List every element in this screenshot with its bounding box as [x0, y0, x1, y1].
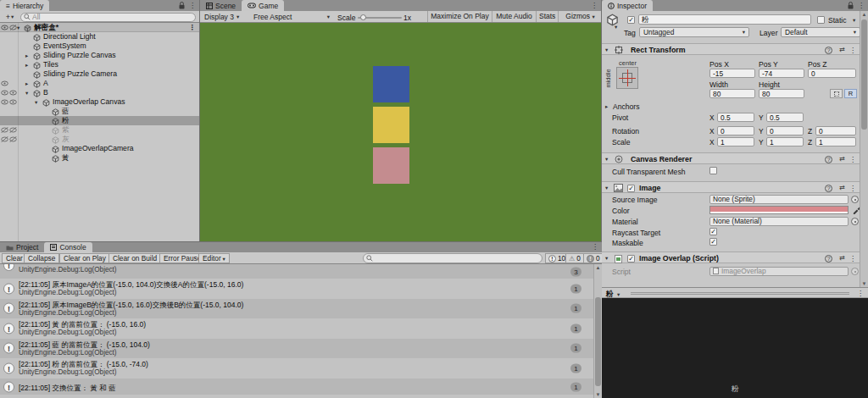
- kebab-menu-icon[interactable]: ⋮: [849, 185, 856, 192]
- hierarchy-item[interactable]: ▸Sliding Puzzle Canvas: [0, 51, 199, 60]
- console-editor-button[interactable]: Editor ▾: [198, 253, 230, 263]
- scroll-up-icon[interactable]: ▲: [594, 265, 602, 270]
- source-image-field[interactable]: None (Sprite): [709, 195, 849, 204]
- hierarchy-item[interactable]: 藍: [0, 107, 199, 116]
- console-log-row[interactable]: ![22:11:05] 原本ImageA的位置(-15.0, 104.0)交換後…: [0, 279, 593, 299]
- anchors-foldout-icon[interactable]: ▸: [605, 103, 608, 110]
- color-swatch[interactable]: [709, 206, 849, 214]
- picking-toggle-icon[interactable]: [9, 90, 17, 96]
- hierarchy-item[interactable]: ▾B: [0, 88, 199, 97]
- kebab-menu-icon[interactable]: ⋮: [849, 156, 856, 163]
- presets-icon[interactable]: ⇄: [839, 155, 845, 163]
- anchor-preset-widget[interactable]: [616, 67, 638, 89]
- pos-x-field[interactable]: [709, 69, 755, 78]
- tab-game[interactable]: Game: [242, 0, 284, 11]
- hierarchy-item[interactable]: 黃: [0, 153, 199, 163]
- help-icon[interactable]: ?: [825, 255, 832, 263]
- tag-dropdown[interactable]: Untagged▾: [639, 27, 749, 37]
- hierarchy-search[interactable]: [20, 13, 196, 22]
- expand-arrow-icon[interactable]: ▾: [35, 97, 37, 107]
- scene-kebab-icon[interactable]: ⋮: [189, 25, 196, 31]
- console-log-row[interactable]: ![22:11:05] 藍 的當前位置： (-15.0, 104.0)Unity…: [0, 339, 593, 359]
- inspector-scrollbar-thumb[interactable]: [861, 19, 867, 130]
- picking-toggle-icon[interactable]: [9, 99, 17, 105]
- console-scrollbar-thumb[interactable]: [595, 297, 601, 386]
- hierarchy-item[interactable]: 灰: [0, 135, 199, 144]
- kebab-menu-icon[interactable]: ⋮: [189, 3, 196, 9]
- foldout-arrow-icon[interactable]: ▾: [605, 156, 608, 163]
- raw-edit-mode-button[interactable]: R: [844, 89, 857, 98]
- presets-icon[interactable]: ⇄: [839, 46, 845, 53]
- visibility-toggle-icon[interactable]: [1, 90, 8, 96]
- expand-arrow-icon[interactable]: ▾: [25, 88, 28, 97]
- hierarchy-item[interactable]: ▸A: [0, 79, 199, 88]
- scale-slider-knob[interactable]: [360, 14, 366, 20]
- kebab-menu-icon[interactable]: ⋮: [592, 244, 598, 251]
- scale-slider[interactable]: [358, 17, 402, 19]
- height-field[interactable]: [759, 89, 804, 98]
- console-log-row[interactable]: ![22:11:05] 原本ImageB的位置(-15.0, 16.0)交換後B…: [0, 299, 593, 319]
- warning-count-toggle[interactable]: ⚠ 0: [565, 253, 584, 263]
- add-gameobject-button[interactable]: +▾: [2, 13, 18, 21]
- object-picker-icon[interactable]: [851, 268, 859, 275]
- scroll-down-icon[interactable]: ▼: [860, 281, 868, 286]
- presets-icon[interactable]: ⇄: [839, 254, 845, 262]
- tab-console[interactable]: Console: [44, 242, 92, 252]
- mute-audio-button[interactable]: Mute Audio: [492, 11, 536, 22]
- image-header[interactable]: ▾ ✓ Image ? ⇄ ⋮: [602, 181, 861, 193]
- scale-y-field[interactable]: [766, 137, 804, 146]
- visibility-toggle-icon[interactable]: [1, 136, 8, 142]
- console-scrollbar[interactable]: ▲ ▼: [593, 264, 602, 398]
- gizmos-dropdown[interactable]: Gizmos ▾: [558, 11, 602, 22]
- hierarchy-item[interactable]: Sliding Puzzle Camera: [0, 69, 199, 79]
- image-enabled-checkbox[interactable]: ✓: [627, 185, 635, 192]
- object-picker-icon[interactable]: [851, 218, 859, 225]
- static-checkbox[interactable]: [817, 16, 825, 24]
- blueprint-mode-button[interactable]: [830, 89, 843, 98]
- hierarchy-item[interactable]: ImageOverlapCamera: [0, 144, 199, 153]
- scene-header-row[interactable]: ▾ 解密盒* ⋮: [0, 23, 199, 32]
- hierarchy-item[interactable]: 紫: [0, 125, 199, 135]
- expand-arrow-icon[interactable]: ▸: [25, 60, 28, 69]
- hierarchy-item[interactable]: ▾ImageOverlap Canvas: [0, 97, 199, 107]
- game-viewport[interactable]: [200, 23, 601, 241]
- tab-scene[interactable]: Scene: [200, 0, 242, 11]
- kebab-menu-icon[interactable]: ⋮: [591, 3, 598, 9]
- console-search-input[interactable]: [375, 254, 539, 263]
- cull-transparent-mesh-checkbox[interactable]: [709, 167, 717, 174]
- visibility-toggle-icon[interactable]: [1, 80, 8, 86]
- picking-toggle-icon[interactable]: [9, 136, 17, 142]
- hierarchy-item[interactable]: ▸Tiles: [0, 60, 199, 69]
- maskable-checkbox[interactable]: ✓: [709, 238, 717, 246]
- hierarchy-search-input[interactable]: [32, 13, 192, 21]
- console-collapse-button[interactable]: Collapse: [24, 253, 59, 263]
- raycast-target-checkbox[interactable]: ✓: [709, 228, 717, 235]
- hierarchy-item[interactable]: EventSystem: [0, 41, 199, 51]
- picking-toggle-icon[interactable]: [9, 127, 17, 133]
- rotation-y-field[interactable]: [766, 126, 804, 135]
- tab-project[interactable]: Project: [0, 242, 44, 252]
- scene-visibility-icon[interactable]: [1, 25, 8, 30]
- console-search[interactable]: [363, 253, 542, 263]
- image-overlap-script-header[interactable]: ▾ ✓ Image Overlap (Script) ? ⇄ ⋮: [602, 252, 861, 263]
- preview-splitter-bar[interactable]: 粉 ▾ ⋮: [602, 287, 868, 298]
- object-picker-icon[interactable]: [851, 196, 859, 203]
- console-log-row[interactable]: !UnityEngine.Debug:Log(Object)3: [0, 264, 593, 279]
- pivot-x-field[interactable]: [717, 113, 754, 122]
- pos-z-field[interactable]: [808, 69, 856, 78]
- layer-dropdown[interactable]: Default▾: [781, 27, 860, 37]
- console-log-row[interactable]: ![22:11:05] 交換位置： 黃 和 藍1: [0, 379, 593, 396]
- gameobject-name-field[interactable]: [638, 14, 811, 25]
- visibility-toggle-icon[interactable]: [1, 127, 8, 133]
- kebab-menu-icon[interactable]: ⋮: [849, 255, 856, 263]
- tab-inspector[interactable]: Inspector: [602, 0, 653, 11]
- pivot-y-field[interactable]: [766, 113, 804, 122]
- script-enabled-checkbox[interactable]: ✓: [627, 255, 635, 263]
- expand-arrow-icon[interactable]: ▸: [25, 51, 28, 60]
- inspector-scrollbar[interactable]: ▲ ▼: [860, 11, 868, 287]
- console-clear-on-play-button[interactable]: Clear on Play: [59, 253, 110, 263]
- hierarchy-item[interactable]: Directional Light: [0, 32, 199, 41]
- console-log-row[interactable]: ![22:11:05] 黃 的當前位置： (-15.0, 16.0)UnityE…: [0, 318, 593, 339]
- lock-icon[interactable]: [848, 2, 854, 9]
- active-checkbox[interactable]: ✓: [627, 16, 635, 24]
